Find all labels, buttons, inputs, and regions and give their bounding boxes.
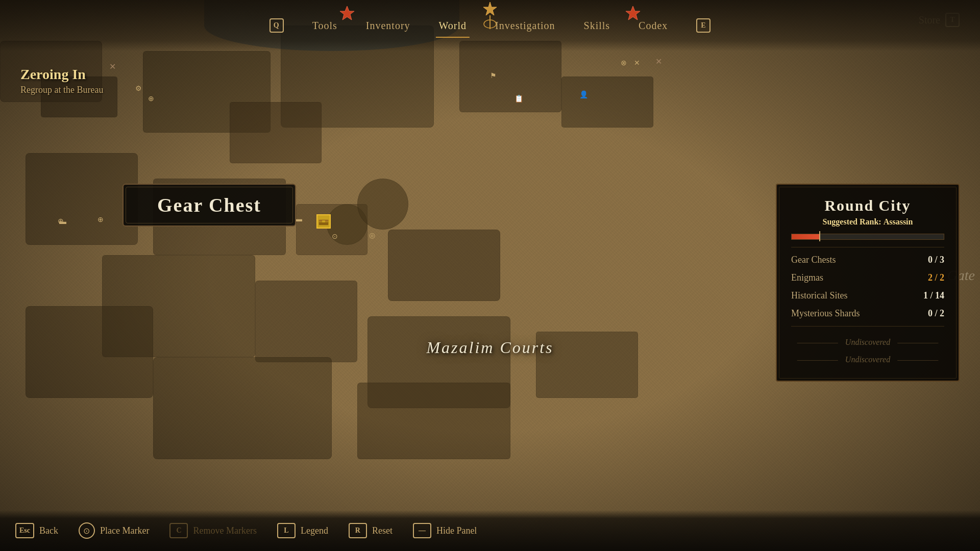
back-label: Back <box>39 525 58 536</box>
undiscovered-1: Undiscovered <box>791 334 944 351</box>
nav-investigation[interactable]: Investigation <box>481 16 569 36</box>
rank-bar-marker <box>819 231 820 241</box>
nav-key-left[interactable]: Q <box>255 14 298 37</box>
undiscovered-2: Undiscovered <box>791 351 944 368</box>
svg-rect-5 <box>322 220 325 222</box>
nav-key-right[interactable]: E <box>682 14 725 37</box>
legend-action[interactable]: L Legend <box>277 523 328 538</box>
gear-chest-map-marker[interactable] <box>316 214 331 229</box>
nav-inventory[interactable]: Inventory <box>352 16 425 36</box>
place-marker-icon: ⊙ <box>79 522 95 539</box>
remove-markers-action: C Remove Markers <box>169 523 256 538</box>
gear-chest-tooltip: Gear Chest <box>122 184 296 227</box>
reset-label: Reset <box>372 525 393 536</box>
stat-label-gear: Gear Chests <box>791 255 836 265</box>
mission-title: Zeroing In <box>20 66 103 83</box>
reset-action[interactable]: R Reset <box>349 523 393 538</box>
mission-subtitle: Regroup at the Bureau <box>20 85 103 95</box>
nav-codex[interactable]: Codex <box>624 16 682 36</box>
stat-value-gear: 0 / 3 <box>928 255 944 265</box>
esc-key: Esc <box>15 523 34 538</box>
nav-tools[interactable]: Tools <box>298 16 352 36</box>
place-marker-label: Place Marker <box>100 525 149 536</box>
stat-label-historical: Historical Sites <box>791 290 848 301</box>
l-key: L <box>277 523 296 538</box>
stat-label-enigmas: Enigmas <box>791 272 823 283</box>
stat-enigmas: Enigmas 2 / 2 <box>791 272 944 283</box>
rank-bar <box>791 234 944 240</box>
place-marker-action[interactable]: ⊙ Place Marker <box>79 522 149 539</box>
mission-info: Zeroing In Regroup at the Bureau <box>20 66 103 95</box>
panel-divider-2 <box>791 326 944 327</box>
map-icon-compass2: ⊕ <box>97 215 104 224</box>
stat-historical: Historical Sites 1 / 14 <box>791 290 944 301</box>
map-marker-x2: ✕ <box>653 56 664 66</box>
gear-chest-title: Gear Chest <box>149 194 270 216</box>
c-key: C <box>169 523 188 538</box>
top-navigation: Q Tools Inventory World Investigation Sk… <box>0 0 980 51</box>
back-action[interactable]: Esc Back <box>15 523 58 538</box>
map-icon-rect: ▬ <box>59 218 66 226</box>
stat-value-historical: 1 / 14 <box>923 290 944 301</box>
map-icon-person2: 👤 <box>579 90 588 99</box>
legend-label: Legend <box>301 525 328 536</box>
q-key: Q <box>270 18 284 33</box>
map-icon-cog: ⊕ <box>148 94 154 103</box>
panel-divider-1 <box>791 247 944 247</box>
map-marker-x1: ✕ <box>107 61 117 71</box>
e-key: E <box>696 18 710 33</box>
panel-title: Round City <box>791 197 944 214</box>
remove-markers-label: Remove Markers <box>193 525 256 536</box>
hide-panel-action[interactable]: — Hide Panel <box>413 523 477 538</box>
map-icon-note: 📋 <box>514 94 523 103</box>
dash-key: — <box>413 523 431 538</box>
stat-value-shards: 0 / 2 <box>928 308 944 319</box>
map-icon-quest: ⚑ <box>490 71 497 80</box>
area-label: Mazalim Courts <box>426 338 553 357</box>
map-icon-person1: ⚙ <box>135 84 142 93</box>
stat-label-shards: Mysterious Shards <box>791 308 860 319</box>
stat-value-enigmas: 2 / 2 <box>928 272 944 283</box>
map-icon-close: ⊗ <box>621 59 627 67</box>
hide-panel-label: Hide Panel <box>436 525 477 536</box>
map-icon-target: ◎ <box>369 231 375 240</box>
map-icon-rect2: ▬ <box>295 215 302 223</box>
nav-world[interactable]: World <box>425 16 481 36</box>
r-key: R <box>349 523 367 538</box>
nav-skills[interactable]: Skills <box>570 16 625 36</box>
right-panel: Round City Suggested Rank: Assassin Gear… <box>776 184 960 382</box>
rank-bar-fill <box>792 234 819 239</box>
stat-gear-chests: Gear Chests 0 / 3 <box>791 255 944 265</box>
map-icon-x3: ✕ <box>634 59 640 67</box>
map-icon-compass: ⊙ <box>332 232 338 241</box>
panel-rank-label: Suggested Rank: Assassin <box>791 217 944 227</box>
stat-shards: Mysterious Shards 0 / 2 <box>791 308 944 319</box>
bottom-bar: Esc Back ⊙ Place Marker C Remove Markers… <box>0 510 980 551</box>
